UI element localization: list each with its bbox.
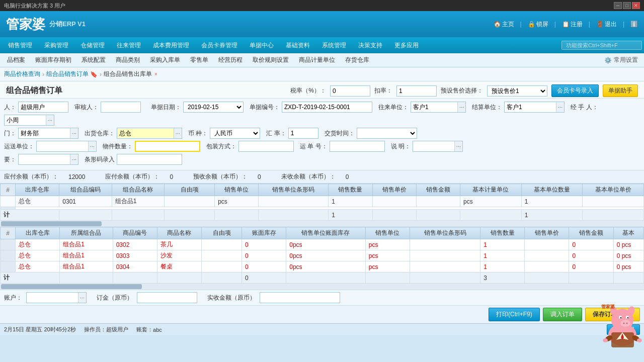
detail-scroll-thumb[interactable] [1, 284, 142, 289]
help-btn[interactable]: 功能导图 [607, 324, 640, 335]
sub-unit[interactable]: 商品计量单位 [294, 54, 340, 66]
approver-input[interactable] [101, 102, 141, 113]
price-select[interactable]: 预设售价1 [487, 85, 547, 97]
account-input[interactable] [27, 293, 78, 302]
assist-btn[interactable]: 单据助手 [603, 84, 638, 97]
dtr-code-1: 0302 [113, 239, 157, 250]
nav-home[interactable]: 🏠 主页 [494, 20, 514, 29]
warehouse-dots[interactable]: ··· [174, 128, 182, 138]
minimize-btn[interactable]: ─ [614, 2, 622, 9]
warehouse-input[interactable] [117, 129, 174, 138]
breadcrumb-close-btn[interactable]: × [154, 71, 157, 77]
dept-input[interactable] [19, 129, 70, 138]
sub-history[interactable]: 经营历程 [213, 54, 248, 66]
menu-system[interactable]: 系统管理 [316, 39, 352, 52]
person-input[interactable] [18, 102, 68, 113]
sub-product-cat[interactable]: 商品类别 [111, 54, 145, 66]
menu-transactions[interactable]: 往来管理 [111, 39, 147, 52]
settings-btn[interactable]: ⚙️ 常用设置 [600, 54, 642, 66]
top-table-row[interactable]: 总仓 0301 组合品1 pcs 1 pcs 1 [1, 196, 644, 207]
account-dots[interactable]: ··· [78, 293, 86, 303]
nav-lock[interactable]: 🔒 锁屏 [528, 20, 548, 29]
currency-select[interactable]: 人民币 [210, 128, 260, 139]
order-input[interactable] [137, 292, 197, 303]
rate-input[interactable] [288, 128, 318, 139]
handler-input[interactable] [5, 116, 46, 125]
settleunit-input[interactable] [505, 103, 556, 112]
sub-account-init[interactable]: 账面库存期初 [30, 54, 76, 66]
detail-row-3[interactable]: 总仓 组合品1 0304 餐桌 0 0pcs pcs 1 0 0 pcs [1, 261, 644, 273]
title-bar: 电脑行业解决方案 3 用户 ─ □ ✕ [0, 0, 644, 11]
tradetime-select[interactable] [357, 128, 417, 139]
menu-sales[interactable]: 销售管理 [2, 39, 38, 52]
menu-purchase[interactable]: 采购管理 [38, 39, 74, 52]
menu-documents[interactable]: 单据中心 [244, 39, 280, 52]
th-sales-qty: 销售数量 [329, 184, 372, 196]
remark-dots[interactable]: ··· [454, 141, 462, 151]
price-select-label: 预设售价选择： [441, 86, 483, 95]
dsum-label: 计 [1, 273, 60, 284]
nav-register[interactable]: 📋 注册 [562, 20, 583, 29]
header-divider-1: | [520, 21, 522, 28]
actual-input[interactable] [260, 292, 340, 303]
dept-dots[interactable]: ··· [70, 128, 78, 138]
close-btn[interactable]: ✕ [632, 2, 640, 9]
require-input[interactable] [19, 155, 70, 164]
top-scroll-thumb[interactable] [1, 221, 102, 226]
import-btn[interactable]: 调入订单 [543, 308, 582, 321]
discount-input[interactable] [396, 85, 437, 97]
tradetime-label: 交货时间： [325, 129, 355, 138]
td-base-qty: 1 [521, 196, 583, 207]
td-warehouse: 总仓 [16, 196, 59, 207]
dtr-barcode-1 [410, 239, 480, 250]
tax-rate-input[interactable] [330, 85, 370, 97]
nav-exit[interactable]: 🚪 退出 [596, 20, 617, 29]
pack-input[interactable] [238, 141, 294, 152]
td-sales-qty: 1 [329, 196, 372, 207]
tounit-input[interactable] [411, 103, 457, 112]
td-sales-barcode [259, 196, 329, 207]
th-sales-unit: 销售单位 [215, 184, 259, 196]
shipunit-input[interactable] [37, 142, 88, 151]
menu-cost[interactable]: 成本费用管理 [147, 39, 195, 52]
detail-row-1[interactable]: 总仓 组合品1 0302 茶几 0 0pcs pcs 1 0 0 pcs [1, 239, 644, 250]
tounit-dots[interactable]: ··· [457, 102, 465, 112]
dtr-base-2: 0 pcs [613, 250, 643, 261]
maximize-btn[interactable]: □ [623, 2, 631, 9]
menu-warehouse[interactable]: 仓储管理 [74, 39, 111, 52]
dth-unit: 销售单位 [365, 227, 410, 239]
shipunit-dots[interactable]: ··· [88, 141, 96, 151]
sub-price-rules[interactable]: 取价规则设置 [248, 54, 294, 66]
partsqty-input[interactable] [136, 142, 199, 151]
sub-inventory[interactable]: 存货仓库 [340, 54, 374, 66]
member-card-btn[interactable]: 会员卡号录入 [551, 84, 599, 97]
docnum-input[interactable] [282, 102, 372, 113]
print-btn[interactable]: 打印(Ctrl+F9) [489, 308, 540, 321]
top-scroll[interactable] [0, 221, 644, 227]
save-btn[interactable]: 保存订单（F） [585, 308, 640, 321]
detail-row-2[interactable]: 总仓 组合品1 0303 沙发 0 0pcs pcs 1 0 0 pcs [1, 250, 644, 261]
breadcrumb-combo-sales[interactable]: 组合品销售订单 🔖 [46, 70, 98, 78]
sub-product-file[interactable]: 品档案 [2, 54, 30, 66]
remark-input[interactable] [413, 142, 454, 151]
sub-sys-config[interactable]: 系统配置 [76, 54, 111, 66]
barcode-input[interactable] [117, 154, 182, 165]
settleunit-dots[interactable]: ··· [556, 102, 564, 112]
handler-dots[interactable]: ··· [46, 115, 54, 125]
breadcrumb-price-query[interactable]: 商品价格查询 [4, 70, 40, 78]
shipno-input[interactable] [330, 141, 385, 152]
menu-membership[interactable]: 会员卡券管理 [195, 39, 244, 52]
sub-retail[interactable]: 零售单 [185, 54, 213, 66]
detail-scroll[interactable] [0, 284, 644, 290]
sub-purchase-in[interactable]: 采购入库单 [145, 54, 185, 66]
dth-code: 商品编号 [113, 227, 157, 239]
menu-search-input[interactable] [561, 41, 642, 50]
menu-basics[interactable]: 基础资料 [280, 39, 316, 52]
require-dots[interactable]: ··· [70, 154, 78, 164]
nav-info[interactable]: ℹ️ [630, 21, 638, 28]
status-bar: 2月15日 星期五 20时45分2秒 操作员： 超级用户 账套： abc 功能导… [0, 323, 644, 335]
menu-more[interactable]: 更多应用 [388, 39, 425, 52]
menu-decision[interactable]: 决策支持 [352, 39, 388, 52]
date-select[interactable]: 2019-02-15 [183, 102, 244, 113]
rate-label: 汇 率： [266, 129, 286, 138]
